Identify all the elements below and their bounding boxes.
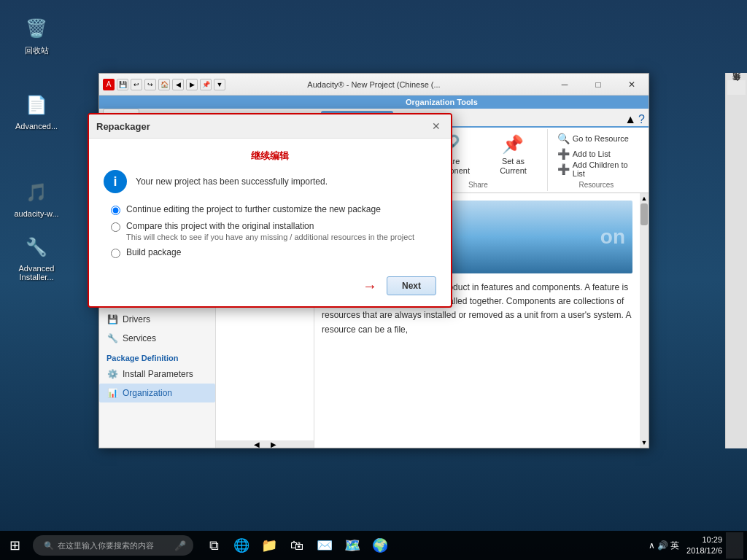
- radio-compare[interactable]: [111, 222, 120, 232]
- next-button[interactable]: Next: [387, 276, 436, 295]
- vertical-scrollbar[interactable]: ▲ ▼: [640, 193, 649, 448]
- volume-icon[interactable]: 🔊: [657, 540, 668, 551]
- bookmark-btn[interactable]: 📌: [200, 79, 212, 90]
- add-to-list-icon: ➕: [557, 148, 570, 160]
- right-panel: 结束任务: [725, 73, 747, 448]
- close-button[interactable]: ✕: [615, 74, 649, 96]
- advanced-label: Advanced...: [15, 122, 58, 131]
- title-bar: A 💾 ↩ ↪ 🏠 ◀ ▶ 📌 ▼ Audacity® - New Projec…: [99, 74, 649, 96]
- search-magnifier-icon: 🔍: [44, 541, 54, 551]
- start-button[interactable]: ⊞: [0, 531, 29, 560]
- dialog-continue-label: 继续编辑: [104, 149, 436, 163]
- graphic-text: on: [600, 221, 625, 254]
- desktop-icon-recycle-bin[interactable]: 🗑️ 回收站: [11, 11, 62, 59]
- collapse-ribbon-btn[interactable]: ▲: [624, 113, 636, 126]
- back-btn[interactable]: ◀: [172, 79, 184, 90]
- taskbar-app-edge[interactable]: 🌐: [228, 532, 255, 559]
- install-params-label: Install Parameters: [123, 369, 193, 379]
- undo-btn[interactable]: ↩: [131, 79, 142, 90]
- sidebar-item-drivers[interactable]: 💾 Drivers: [99, 310, 215, 329]
- drivers-label: Drivers: [123, 314, 150, 324]
- option-compare[interactable]: Compare this project with the original i…: [111, 221, 436, 241]
- dialog-footer: → Next: [89, 269, 451, 306]
- maximize-button[interactable]: □: [581, 74, 615, 96]
- ribbon-group-resource: 🔍 Go to Resource ➕ Add to List ➕ Add Chi…: [548, 129, 645, 191]
- radio-build[interactable]: [111, 249, 120, 258]
- taskbar-app-browser[interactable]: 🌍: [367, 532, 393, 559]
- taskbar-app-store[interactable]: 🛍: [284, 532, 310, 559]
- scroll-left-btn[interactable]: ◀: [254, 440, 260, 448]
- end-task-button[interactable]: 结束任务: [727, 80, 746, 95]
- organization-label: Organization: [123, 388, 172, 398]
- add-to-list-label: Add to List: [573, 149, 611, 158]
- dialog-close-button[interactable]: ✕: [429, 119, 444, 133]
- redo-btn[interactable]: ↪: [144, 79, 156, 90]
- taskbar-app-task-view[interactable]: ⧉: [201, 532, 227, 559]
- show-desktop-btn[interactable]: [726, 532, 743, 559]
- forward-btn[interactable]: ▶: [186, 79, 198, 90]
- taskbar-apps: ⧉ 🌐 📁 🛍 ✉️ 🗺️ 🌍: [201, 532, 393, 559]
- set-current-button[interactable]: 📌 Set as Current: [485, 131, 541, 179]
- audacity-icon: 🎵: [22, 178, 51, 207]
- dialog-message: Your new project has been successfully i…: [136, 176, 328, 187]
- drivers-icon: 💾: [107, 314, 118, 325]
- desktop: 🗑️ 回收站 📄 Advanced... 🎵 audacity-w... 🔧 A…: [0, 0, 747, 560]
- option-continue-editing[interactable]: Continue editing the project to further …: [111, 204, 436, 215]
- repackager-dialog: Repackager ✕ 继续编辑 i Your new project has…: [88, 113, 452, 308]
- add-children-icon: ➕: [557, 163, 570, 175]
- desktop-icon-advanced2[interactable]: 🔧 Advanced Installer...: [11, 230, 62, 284]
- sidebar-item-services[interactable]: 🔧 Services: [99, 329, 215, 348]
- go-to-resource-button[interactable]: 🔍 Go to Resource: [554, 131, 639, 146]
- compare-label: Compare this project with the original i…: [126, 221, 414, 231]
- scroll-up-btn[interactable]: ▲: [640, 193, 649, 203]
- option-build[interactable]: Build package: [111, 247, 436, 258]
- minimize-button[interactable]: ─: [548, 74, 581, 96]
- add-to-list-button[interactable]: ➕ Add to List: [554, 147, 639, 161]
- arrow-icon: →: [363, 278, 377, 295]
- services-icon: 🔧: [107, 332, 118, 344]
- taskbar: ⊞ 🔍 在这里输入你要搜索的内容 🎤 ⧉ 🌐 📁 🛍 ✉️ 🗺️ 🌍 ∧ 🔊 英…: [0, 531, 747, 560]
- app-icon: A: [103, 79, 115, 90]
- dialog-options: Continue editing the project to further …: [111, 204, 436, 258]
- systray-expand[interactable]: ∧: [649, 540, 655, 551]
- set-current-icon: 📌: [502, 134, 524, 155]
- audacity-label: audacity-w...: [14, 209, 58, 218]
- taskbar-app-explorer[interactable]: 📁: [256, 532, 282, 559]
- package-definition-section: Package Definition: [99, 348, 215, 365]
- scroll-thumb[interactable]: [640, 203, 648, 225]
- recycle-bin-label: 回收站: [25, 45, 49, 56]
- sidebar-item-organization[interactable]: 📊 Organization: [99, 384, 215, 402]
- dialog-titlebar: Repackager ✕: [89, 114, 451, 139]
- taskbar-app-mail[interactable]: ✉️: [311, 532, 338, 559]
- taskbar-clock: 10:29 2018/12/6: [686, 534, 722, 557]
- continue-label: Continue editing the project to further …: [126, 204, 381, 214]
- resource-items: 🔍 Go to Resource ➕ Add to List ➕ Add Chi…: [554, 131, 639, 179]
- go-to-resource-icon: 🔍: [557, 133, 570, 144]
- info-icon: i: [104, 170, 127, 193]
- language-icon[interactable]: 英: [670, 540, 679, 552]
- mic-icon: 🎤: [174, 540, 186, 551]
- desktop-icon-advanced[interactable]: 📄 Advanced...: [11, 88, 62, 133]
- build-label: Build package: [126, 247, 181, 257]
- menu-btn[interactable]: ▼: [214, 79, 225, 90]
- home-btn[interactable]: 🏠: [158, 79, 170, 90]
- save-btn[interactable]: 💾: [117, 79, 128, 90]
- set-current-label: Set as Current: [489, 157, 537, 176]
- taskbar-app-maps[interactable]: 🗺️: [339, 532, 365, 559]
- scroll-right-btn[interactable]: ▶: [271, 440, 276, 448]
- window-title: Audacity® - New Project (Chinese (...: [307, 80, 440, 89]
- taskbar-right: ∧ 🔊 英 10:29 2018/12/6: [645, 532, 747, 559]
- taskbar-search[interactable]: 🔍 在这里输入你要搜索的内容 🎤: [33, 535, 193, 556]
- radio-continue[interactable]: [111, 206, 120, 215]
- sidebar-item-install-params[interactable]: ⚙️ Install Parameters: [99, 365, 215, 384]
- add-children-label: Add Children to List: [573, 160, 635, 178]
- window-controls: ─ □ ✕: [548, 74, 649, 96]
- desktop-icon-audacity[interactable]: 🎵 audacity-w...: [11, 175, 62, 221]
- scroll-down-btn[interactable]: ▼: [640, 438, 649, 448]
- advanced2-label: Advanced Installer...: [14, 264, 59, 281]
- resource-group-label: Resources: [578, 181, 614, 189]
- go-to-resource-label: Go to Resource: [573, 134, 629, 143]
- clock-date: 2018/12/6: [686, 545, 722, 556]
- help-btn[interactable]: ?: [638, 113, 645, 126]
- add-children-button[interactable]: ➕ Add Children to List: [554, 162, 639, 176]
